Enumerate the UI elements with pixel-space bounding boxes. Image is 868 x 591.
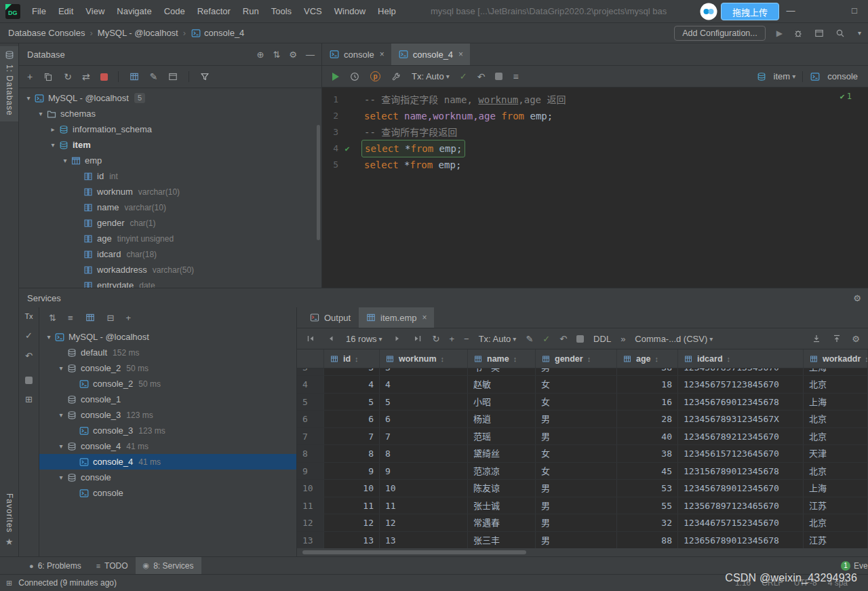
column-header-workaddr[interactable]: workaddr↕ <box>804 349 868 368</box>
table-cell[interactable]: 北京 <box>804 463 868 480</box>
export-data-icon[interactable] <box>811 333 822 344</box>
table-cell[interactable]: 10 <box>380 480 468 497</box>
database-tree-item-item[interactable]: ▾item <box>19 137 321 153</box>
view-options-icon[interactable]: ≡ <box>513 71 518 82</box>
output-tab-item-emp[interactable]: item.emp× <box>359 307 433 328</box>
expand-collapse-icon[interactable]: ⇅ <box>273 50 280 60</box>
database-tree-item-name[interactable]: namevarchar(10) <box>19 199 321 215</box>
view-mode-icon[interactable] <box>85 312 96 323</box>
menu-refactor[interactable]: Refactor <box>191 0 237 22</box>
table-cell[interactable]: 13 <box>324 532 380 549</box>
output-tab-output[interactable]: Output <box>302 307 357 328</box>
table-cell[interactable]: 12 <box>380 514 468 531</box>
table-cell[interactable]: 88 <box>617 532 678 549</box>
database-tree-item-idcard[interactable]: idcardchar(18) <box>19 246 321 262</box>
page-size-dropdown[interactable]: 16 rows ▾ <box>346 334 382 344</box>
add-configuration-button[interactable]: Add Configuration... <box>674 26 766 41</box>
horizontal-scrollbar[interactable] <box>297 548 868 556</box>
table-cell[interactable]: 女 <box>536 463 617 480</box>
row-number[interactable]: 12 <box>297 514 324 531</box>
last-page-icon[interactable] <box>412 333 423 344</box>
database-tree-item-workaddress[interactable]: workaddressvarchar(50) <box>19 262 321 278</box>
table-cell[interactable]: 3 <box>324 368 380 375</box>
tx-toggle[interactable]: Tx <box>24 312 33 320</box>
table-cell[interactable]: 13 <box>380 532 468 549</box>
database-tree-item-information-schema[interactable]: ▸information_schema <box>19 121 321 137</box>
column-header-idcard[interactable]: idcard↕ <box>678 349 804 368</box>
table-cell[interactable]: 男 <box>536 514 617 531</box>
table-cell[interactable]: 123456769012345678 <box>678 394 804 411</box>
chevron-down-icon[interactable]: ▾ <box>56 474 66 481</box>
services-tree-item-mysql-localhost[interactable]: ▾MySQL - @localhost <box>39 329 296 345</box>
table-cell[interactable]: 11 <box>380 497 468 514</box>
run-marker-icon[interactable]: ✔ <box>338 140 356 157</box>
services-tree-item-console-2[interactable]: ▾console_250 ms <box>39 360 296 376</box>
add-service-icon[interactable]: + <box>125 313 131 323</box>
sort-icon[interactable]: ↕ <box>513 355 517 363</box>
table-row[interactable]: 999范凉凉女45123156789012345678北京 <box>297 463 868 480</box>
tx-mode-dropdown[interactable]: Tx: Auto ▾ <box>479 334 517 344</box>
table-cell[interactable]: 北京 <box>804 376 868 393</box>
add-icon[interactable]: + <box>27 71 33 82</box>
table-cell[interactable]: 123456789012345670 <box>678 480 804 497</box>
table-cell[interactable]: 40 <box>617 428 678 445</box>
table-cell[interactable]: 北京 <box>804 514 868 531</box>
stop-icon[interactable] <box>576 335 584 343</box>
debug-icon[interactable] <box>793 28 804 39</box>
menu-tools[interactable]: Tools <box>265 0 298 22</box>
table-cell[interactable]: 上海 <box>804 394 868 411</box>
run-icon[interactable]: ▶ <box>776 28 783 38</box>
chevron-right-icon[interactable]: ▸ <box>47 126 58 133</box>
preview-icon[interactable] <box>167 71 178 82</box>
chevron-down-icon[interactable]: ▾ <box>858 29 861 37</box>
database-stripe-button[interactable]: 1: Database <box>0 46 18 121</box>
code-text[interactable]: select *from emp; <box>364 157 461 173</box>
table-cell[interactable]: 男 <box>536 411 617 427</box>
table-cell[interactable]: 常遇春 <box>468 514 536 531</box>
services-tree-item-console[interactable]: ▾console <box>39 470 296 485</box>
execute-icon[interactable] <box>332 73 339 81</box>
code-text[interactable]: select *from emp; <box>361 140 465 157</box>
table-cell[interactable]: 范凉凉 <box>468 463 536 480</box>
column-header-gender[interactable]: gender↕ <box>536 349 617 368</box>
open-in-browser-icon[interactable]: ⊕ <box>257 50 264 60</box>
table-cell[interactable]: 11 <box>324 497 380 514</box>
row-number[interactable]: 11 <box>297 497 324 514</box>
table-cell[interactable]: 16 <box>617 394 678 411</box>
table-cell[interactable]: 北京 <box>804 411 868 427</box>
database-tree-item-id[interactable]: idint <box>19 168 321 184</box>
upload-logo-icon[interactable] <box>700 3 717 20</box>
table-cell[interactable]: 123456789713345670 <box>678 368 804 375</box>
table-cell[interactable]: 上海 <box>804 368 868 375</box>
delete-row-icon[interactable]: − <box>464 334 469 344</box>
gear-icon[interactable]: ⚙ <box>853 293 861 303</box>
table-cell[interactable]: 北京 <box>804 428 868 445</box>
edit-icon[interactable]: ✎ <box>150 71 158 82</box>
table-cell[interactable]: 4 <box>380 376 468 393</box>
maximize-button[interactable]: □ <box>842 0 867 22</box>
parameters-icon[interactable]: p <box>370 71 380 81</box>
search-icon[interactable] <box>835 28 846 39</box>
sort-icon[interactable]: ↕ <box>441 355 445 363</box>
database-tree-item-gender[interactable]: genderchar(1) <box>19 215 321 231</box>
table-cell[interactable]: 张士诚 <box>468 497 536 514</box>
sort-icon[interactable]: ↕ <box>355 355 359 363</box>
table-cell[interactable]: 55 <box>617 497 678 514</box>
database-tree-item-emp[interactable]: ▾emp <box>19 153 321 168</box>
table-cell[interactable]: 45 <box>617 463 678 480</box>
menu-window[interactable]: Window <box>328 0 372 22</box>
table-cell[interactable]: 7 <box>380 428 468 445</box>
row-number[interactable]: 5 <box>297 394 324 411</box>
inspection-widget[interactable]: ✔ 1 <box>840 92 852 101</box>
problems-button[interactable]: ● 6: Problems <box>22 557 89 574</box>
table-cell[interactable]: 123656789012345678 <box>678 532 804 549</box>
services-tree-item-console-2[interactable]: console_250 ms <box>39 376 296 392</box>
menu-help[interactable]: Help <box>372 0 402 22</box>
column-header-age[interactable]: age↕ <box>617 349 678 368</box>
services-tree-item-console-3[interactable]: ▾console_3123 ms <box>39 407 296 423</box>
table-cell[interactable]: 上海 <box>804 480 868 497</box>
table-cell[interactable]: 123456757123845670 <box>678 376 804 393</box>
services-button[interactable]: ◉ 8: Services <box>136 557 201 574</box>
hide-panel-icon[interactable]: — <box>306 50 315 60</box>
menu-vcs[interactable]: VCS <box>298 0 328 22</box>
